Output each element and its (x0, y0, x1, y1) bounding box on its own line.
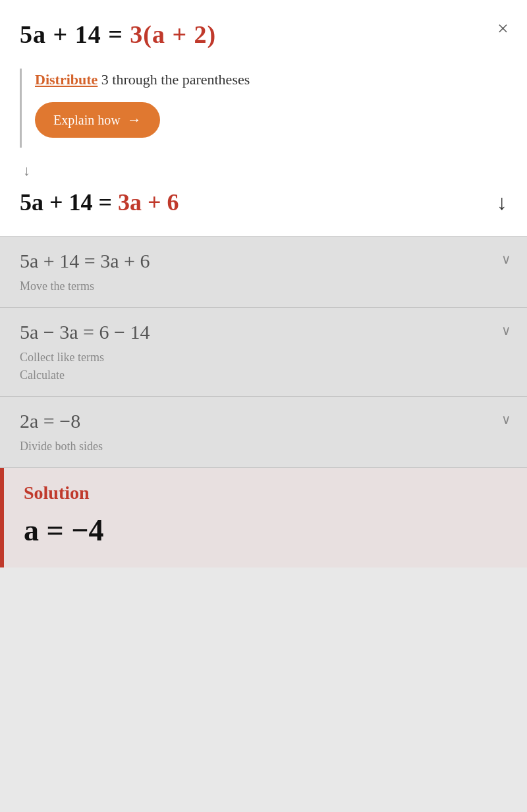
res-plus1: + (43, 189, 69, 216)
eq-part2: 14 (75, 20, 101, 48)
close-button[interactable]: × (497, 18, 509, 38)
step-item-1[interactable]: 5a + 14 = 3a + 6 Move the terms ∨ (0, 237, 527, 308)
top-section: × 5a + 14 = 3(a + 2) Distribute 3 throug… (0, 0, 527, 237)
result-row: 5a + 14 = 3a + 6 ↓ (20, 179, 507, 223)
res-part1: 5a (20, 189, 43, 216)
vertical-divider (20, 69, 22, 148)
result-equation: 5a + 14 = 3a + 6 (20, 188, 179, 216)
res-equals: = (93, 189, 119, 216)
eq-equals: = (101, 20, 130, 48)
steps-section: 5a + 14 = 3a + 6 Move the terms ∨ 5a − 3… (0, 237, 527, 567)
explain-how-label: Explain how (53, 113, 121, 128)
chevron-down-icon-2: ∨ (501, 322, 511, 338)
step3-description: Divide both sides (20, 438, 507, 455)
step-content: Distribute 3 through the parentheses Exp… (35, 69, 507, 138)
step-item-2[interactable]: 5a − 3a = 6 − 14 Collect like termsCalcu… (0, 308, 527, 397)
solution-section: Solution a = −4 (0, 468, 527, 567)
step2-equation: 5a − 3a = 6 − 14 (20, 321, 507, 343)
step3-equation: 2a = −8 (20, 410, 507, 432)
step-item-3[interactable]: 2a = −8 Divide both sides ∨ (0, 397, 527, 468)
distribute-link[interactable]: Distribute (35, 71, 97, 88)
res-part2: 14 (69, 189, 93, 216)
step-container: Distribute 3 through the parentheses Exp… (20, 62, 507, 154)
res-part4: 6 (167, 189, 179, 216)
eq-part1: 5a (20, 20, 46, 48)
down-arrow-big-icon[interactable]: ↓ (497, 190, 507, 215)
down-arrow-small-icon: ↓ (23, 162, 30, 179)
down-arrow-small: ↓ (20, 162, 507, 179)
main-equation: 5a + 14 = 3(a + 2) (20, 20, 507, 49)
eq-part3: 3(a + 2) (130, 20, 216, 48)
chevron-down-icon-3: ∨ (501, 411, 511, 427)
solution-label: Solution (24, 482, 507, 504)
explain-arrow-icon: → (127, 111, 142, 129)
chevron-down-icon-1: ∨ (501, 251, 511, 267)
step1-equation: 5a + 14 = 3a + 6 (20, 250, 507, 272)
res-part3: 3a (118, 189, 142, 216)
solution-equation: a = −4 (24, 513, 507, 548)
res-plus2: + (142, 189, 167, 216)
explain-how-button[interactable]: Explain how → (35, 102, 160, 138)
step2-description: Collect like termsCalculate (20, 349, 507, 384)
distribute-text: Distribute 3 through the parentheses (35, 69, 507, 90)
eq-plus1: + (46, 20, 75, 48)
step1-description: Move the terms (20, 277, 507, 295)
distribute-description: 3 through the parentheses (97, 71, 250, 88)
